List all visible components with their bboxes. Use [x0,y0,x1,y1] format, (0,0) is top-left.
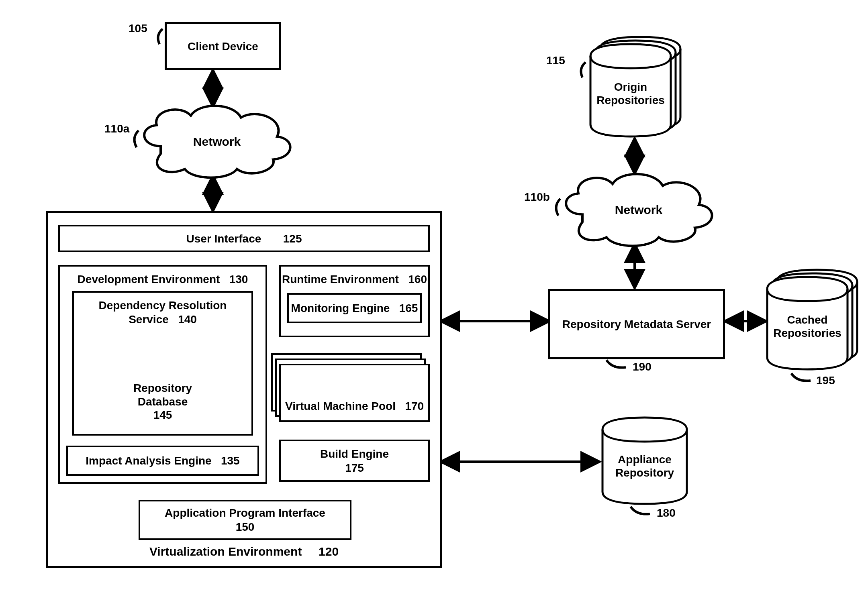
repo-db-l1: Repository [133,382,192,394]
ref-105: 105 [129,22,147,35]
network-a-cloud: Network [137,100,297,181]
network-b-label: Network [558,203,719,217]
ref-125: 125 [283,232,302,245]
network-a-label: Network [137,135,297,149]
dev-env-label: Development Environment [78,273,220,285]
monitoring-engine-label: Monitoring Engine [291,302,390,314]
ref-140: 140 [178,313,197,326]
network-b-cloud: Network [558,169,719,249]
build-engine-box: Build Engine 175 [279,440,430,482]
api-box: Application Program Interface 150 [139,500,351,540]
impact-engine-box: Impact Analysis Engine 135 [66,446,259,476]
ref-110a: 110a [104,122,129,135]
user-interface-box: User Interface 125 [58,225,430,252]
virtenv-label: Virtualization Environment [149,545,302,558]
cached-repos-l2: Repositories [773,327,841,340]
ref-165: 165 [399,302,418,314]
repo-db-cylinder: Repository Database 145 [125,357,201,431]
ref-115: 115 [546,54,565,67]
appliance-repo-cylinder: Appliance Repository [602,424,687,510]
vm-pool-label: Virtual Machine Pool [285,400,396,412]
client-device-box: Client Device [165,22,281,70]
cached-repos-cylinder: Cached Repositories [767,281,848,373]
ref-170: 170 [405,400,424,412]
origin-repositories-cylinder: Origin Repositories [590,48,671,141]
appliance-repo-l2: Repository [615,467,674,479]
ref-110b: 110b [524,191,550,204]
ref-145: 145 [153,409,172,421]
ref-160: 160 [408,273,427,285]
appliance-repo-l1: Appliance [618,453,672,466]
ref-130: 130 [229,273,248,285]
ref-190: 190 [633,361,652,373]
origin-repos-line2: Repositories [596,94,665,107]
ref-175: 175 [345,462,364,474]
client-device-label: Client Device [188,39,258,53]
cached-repos-l1: Cached [787,314,827,326]
repo-db-l2: Database [138,395,188,407]
monitoring-engine-box: Monitoring Engine 165 [287,293,422,323]
vm-pool-box: Virtual Machine Pool 170 [279,364,430,422]
impact-engine-label: Impact Analysis Engine [86,454,211,467]
repo-metadata-server-box: Repository Metadata Server [548,289,725,359]
ref-120: 120 [319,545,339,558]
runtime-env-label: Runtime Environment [282,273,399,285]
dep-res-l1: Dependency Resolution [99,299,227,312]
ref-150: 150 [236,521,255,533]
ref-195: 195 [816,374,835,387]
api-label: Application Program Interface [165,507,325,519]
ui-label: User Interface [186,232,261,245]
ref-180: 180 [657,507,676,519]
repo-metadata-label: Repository Metadata Server [562,317,711,331]
origin-repos-line1: Origin [614,81,647,93]
build-engine-label: Build Engine [320,448,389,460]
dep-res-l2: Service [129,313,169,326]
ref-135: 135 [221,454,240,467]
